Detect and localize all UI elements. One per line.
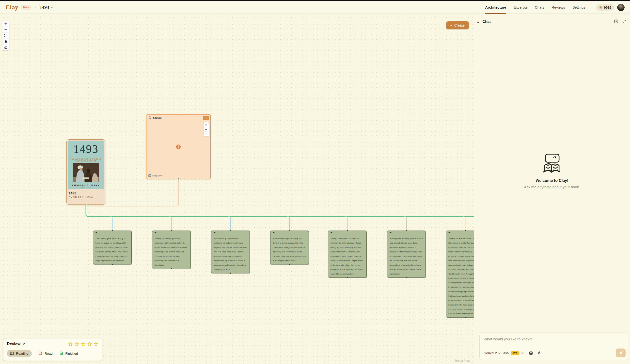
expand-panel-icon[interactable] [622, 19, 626, 23]
zoom-in-button[interactable] [2, 21, 9, 27]
breadcrumb-book-title: 1493 [40, 5, 49, 10]
credits-badge[interactable]: ❀ 9915 [596, 4, 614, 10]
chevron-down-icon [51, 5, 54, 9]
flower-icon: ❀ [599, 6, 602, 9]
quote-icon: ❞ [448, 232, 474, 235]
quote-icon: ❞ [273, 232, 306, 235]
book-node-title: 1493 [69, 191, 103, 195]
chat-panel-title: Chat [482, 19, 490, 24]
cover-divider [71, 157, 101, 157]
mapbox-attribution-label: mapbox [152, 174, 162, 177]
quote-node[interactable]: ❞The student gave me a catalog of heirlo… [93, 230, 132, 264]
map-zoom-controls [204, 122, 209, 136]
send-icon [619, 351, 623, 355]
avatar[interactable] [617, 4, 624, 11]
map-zoom-in-button[interactable] [204, 122, 209, 127]
quote-icon: ❞ [330, 232, 364, 235]
map-node-header: Admiral [148, 116, 162, 120]
edge-to-quote-1 [110, 216, 112, 230]
map-zoom-out-button[interactable] [204, 127, 209, 132]
book-minus-icon [38, 351, 42, 356]
quote-node[interactable]: ❞Another way might be to say that there … [270, 230, 309, 264]
star-icon[interactable] [81, 342, 86, 347]
map-pin-marker[interactable] [176, 145, 181, 149]
status-finished-label: Finished [66, 352, 78, 356]
fit-view-button[interactable] [2, 33, 9, 39]
tab-chats[interactable]: Chats [535, 1, 544, 13]
new-chat-icon[interactable] [614, 19, 618, 24]
book-cover-painting [73, 163, 99, 183]
quote-icon: ❞ [214, 232, 247, 235]
tab-reviews[interactable]: Reviews [552, 1, 565, 13]
star-icon[interactable] [94, 342, 98, 347]
canvas-controls [2, 21, 9, 50]
map-node-admiral[interactable]: Admiral m mapbox [146, 114, 211, 179]
book-cover: 1493 UNCOVERING THE NEW WORLD COLUMBUS C… [68, 141, 104, 189]
star-icon[interactable] [87, 342, 92, 347]
react-flow-attribution[interactable]: React Flow [455, 359, 470, 363]
quote-node[interactable]: ❞To begin, tomatoes probably originated … [152, 230, 191, 269]
create-button-label: Create [454, 23, 464, 27]
book-cover-note: Author of 1491 [80, 187, 91, 188]
node-expand-button[interactable] [203, 116, 209, 120]
create-button[interactable]: + Create [446, 21, 469, 29]
mapbox-attribution[interactable]: m mapbox [148, 174, 162, 177]
edge-to-quote-2 [169, 216, 172, 230]
status-read-button[interactable]: Read [38, 351, 52, 356]
main-nav: Architecture Excerpts Chats Reviews Sett… [485, 1, 585, 13]
header-divider [592, 5, 592, 10]
breadcrumb[interactable]: 1493 [40, 5, 54, 10]
location-target-icon [148, 116, 151, 120]
send-button[interactable] [616, 349, 626, 357]
model-name: Gemini 2.5 Flash [484, 351, 509, 355]
status-reading-button[interactable]: Reading [7, 350, 32, 357]
chat-empty-state: Welcome to Clay! Ask me anything about y… [474, 26, 630, 333]
book-cover-author: CHARLES C. MANN [72, 184, 100, 186]
welcome-subtitle: Ask me anything about your book. [524, 185, 580, 189]
quote-text: Today La Isabela is almost forgotten. So… [448, 237, 474, 315]
zoom-out-button[interactable] [2, 27, 9, 33]
book-node-author: CHARLES C. MANN [69, 196, 103, 199]
model-selector[interactable]: Gemini 2.5 Flash Pro [484, 351, 524, 355]
quote-node[interactable]: ❞Standing like a sentry by its entrance … [387, 230, 426, 278]
book-node-1493[interactable]: 1493 UNCOVERING THE NEW WORLD COLUMBUS C… [66, 139, 105, 205]
chat-header: » Chat [474, 14, 630, 26]
map-compass-button[interactable] [204, 132, 209, 136]
quote-text: Another way might be to say that there i… [273, 237, 306, 262]
book-check-icon [59, 351, 64, 356]
quote-node[interactable]: ❞Still, I didn't grasp that such biologi… [211, 230, 250, 273]
breadcrumb-separator: / [35, 5, 36, 10]
quote-icon: ❞ [154, 232, 188, 235]
quote-text: The student gave me a catalog of heirloo… [96, 237, 129, 262]
clay-logo[interactable]: Clay [6, 4, 18, 11]
beta-badge: Beta [21, 5, 32, 9]
attach-image-icon[interactable] [529, 351, 533, 355]
quote-node[interactable]: ❞Today, bureaucratic suspicion is minima… [328, 230, 367, 278]
model-pro-badge: Pro [511, 351, 520, 355]
quote-icon: ❞ [96, 232, 129, 235]
status-finished-button[interactable]: Finished [59, 351, 78, 356]
quote-text: Standing like a sentry by its entrance w… [390, 237, 423, 275]
minimap-button[interactable] [2, 44, 9, 50]
quote-node[interactable]: ❞Today La Isabela is almost forgotten. S… [446, 230, 474, 318]
star-rating [68, 342, 98, 347]
text-style-icon[interactable]: A [538, 351, 540, 355]
chat-input[interactable] [481, 335, 626, 343]
open-book-icon [10, 351, 14, 356]
lock-button[interactable] [2, 39, 9, 44]
star-icon[interactable] [68, 342, 73, 347]
map-node-handle[interactable] [178, 178, 179, 180]
tab-settings[interactable]: Settings [572, 1, 585, 13]
edge-to-quote-6 [404, 216, 406, 230]
tab-architecture[interactable]: Architecture [485, 1, 506, 13]
external-link-icon[interactable] [22, 343, 26, 346]
chat-input-box: Gemini 2.5 Flash Pro A [480, 333, 628, 360]
tab-excerpts[interactable]: Excerpts [514, 1, 528, 13]
collapse-panel-icon[interactable]: » [477, 19, 480, 24]
book-cover-title: 1493 [73, 143, 98, 155]
flow-canvas[interactable]: + Create Admiral [0, 14, 474, 364]
edge-to-quote-4 [288, 216, 290, 230]
book-node-handle[interactable] [85, 204, 86, 205]
quote-text: Still, I didn't grasp that such biologic… [214, 237, 247, 271]
star-icon[interactable] [74, 342, 79, 347]
